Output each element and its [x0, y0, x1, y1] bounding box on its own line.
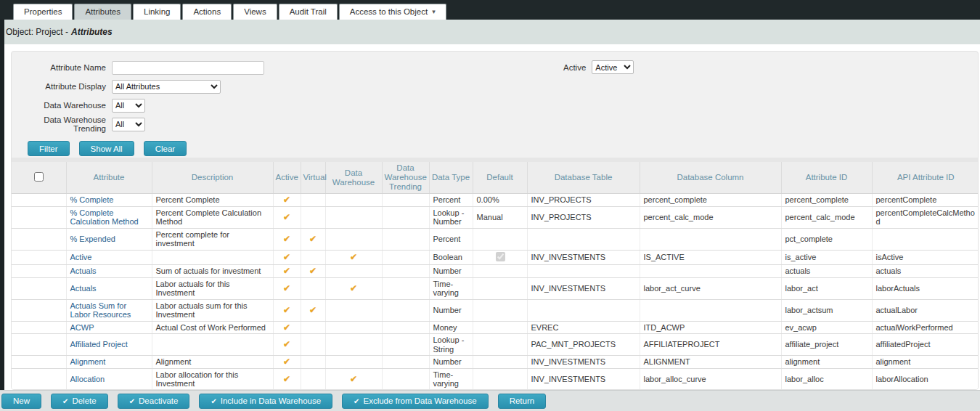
description-cell: Percent complete for investment: [152, 228, 273, 250]
row-select-cell: [12, 368, 66, 390]
tab-views[interactable]: Views: [233, 4, 277, 20]
deactivate-button[interactable]: ✔Deactivate: [118, 394, 190, 409]
attribute-link[interactable]: Affiliated Project: [70, 340, 128, 349]
description-cell: [152, 334, 273, 356]
exclude-from-data-warehouse-button[interactable]: ✔Exclude from Data Warehouse: [342, 394, 489, 409]
dwt-check-cell: [382, 368, 429, 390]
active-filter: Active Active: [563, 60, 634, 74]
new-button[interactable]: New: [1, 394, 41, 409]
filter-button[interactable]: Filter: [28, 141, 70, 156]
dw-check-cell: [325, 265, 382, 278]
tab-access-to-this-object[interactable]: Access to this Object ▾: [339, 4, 446, 20]
attribute-cell: % Complete Calculation Method: [66, 206, 152, 228]
data-warehouse-select[interactable]: All: [112, 99, 145, 113]
data-type-cell: Percent: [429, 228, 473, 250]
dw-check-cell: [325, 206, 382, 228]
api-attribute-id-cell: percentCompleteCalcMethod: [872, 206, 979, 228]
object-title-band: Object: Project - Attributes: [0, 20, 980, 44]
virtual-check-cell: [301, 250, 325, 265]
database-column-cell: percent_calc_mode: [640, 206, 781, 228]
virtual-check-cell: [301, 368, 325, 390]
default-value: 0.00%: [477, 195, 499, 204]
col-data-warehouse-trending: Data Warehouse Trending: [382, 160, 429, 194]
attribute-link[interactable]: % Complete Calculation Method: [70, 208, 139, 227]
table-row: Actuals Sum for Labor Resources Labor ac…: [12, 299, 979, 321]
database-table-cell: INV_PROJECTS: [527, 206, 640, 228]
tab-linking[interactable]: Linking: [133, 4, 181, 20]
api-attribute-id-cell: actualLabor: [872, 299, 979, 321]
description-cell: Percent Complete Calculation Method: [152, 206, 273, 228]
include-in-data-warehouse-button[interactable]: ✔Include in Data Warehouse: [199, 394, 332, 409]
col-attribute-id: Attribute ID: [781, 160, 872, 194]
database-column-cell: [640, 299, 781, 321]
attribute-cell: Actuals Sum for Labor Resources: [66, 299, 152, 321]
check-icon: ✔: [350, 252, 357, 262]
database-table-cell: [527, 228, 640, 250]
default-checkbox: [496, 252, 505, 261]
dwt-check-cell: [382, 228, 429, 250]
tab-properties[interactable]: Properties: [13, 4, 73, 20]
dwt-check-cell: [382, 265, 429, 278]
check-icon: ✔: [283, 252, 290, 262]
row-select-cell: [12, 228, 66, 250]
description-cell: Labor actuals for this Investment: [152, 277, 273, 299]
tab-attributes[interactable]: Attributes: [74, 4, 131, 20]
attribute-display-select[interactable]: All Attributes: [112, 80, 221, 94]
check-icon: ✔: [283, 339, 290, 349]
api-attribute-id-cell: laborActuals: [872, 277, 979, 299]
attribute-link[interactable]: % Complete: [70, 195, 114, 204]
tab-actions[interactable]: Actions: [182, 4, 232, 20]
attribute-link[interactable]: Alignment: [70, 357, 106, 366]
check-icon: ✔: [309, 234, 317, 244]
attribute-cell: Allocation: [66, 368, 152, 390]
delete-button[interactable]: ✔Delete: [51, 394, 108, 409]
attribute-cell: Alignment: [66, 356, 152, 369]
api-attribute-id-cell: affiliatedProject: [872, 334, 979, 356]
attribute-id-cell: percent_complete: [781, 194, 872, 207]
check-icon: ✔: [62, 397, 68, 405]
col-virtual: Virtual: [301, 160, 325, 194]
show-all-button[interactable]: Show All: [79, 141, 134, 156]
check-icon: ✔: [350, 374, 357, 384]
attribute-name-label: Attribute Name: [12, 63, 106, 72]
col-data-type: Data Type: [429, 160, 473, 194]
data-type-cell: Time-varying: [429, 368, 473, 390]
dw-check-cell: [325, 228, 382, 250]
data-type-cell: Money: [429, 321, 473, 334]
database-column-cell: AFFILIATEPROJECT: [640, 334, 781, 356]
select-all-checkbox[interactable]: [34, 172, 44, 182]
select-all-header: [12, 160, 66, 194]
attribute-link[interactable]: Actuals: [70, 284, 97, 293]
database-table-cell: PAC_MNT_PROJECTS: [527, 334, 640, 356]
description-cell: [152, 250, 273, 265]
table-row: % Expended Percent complete for investme…: [12, 228, 979, 250]
database-column-cell: [640, 228, 781, 250]
api-attribute-id-cell: isActive: [872, 250, 979, 265]
attribute-link[interactable]: Actuals Sum for Labor Resources: [70, 301, 131, 320]
description-cell: Labor allocation for this Investment: [152, 368, 273, 390]
active-filter-select[interactable]: Active: [592, 60, 634, 74]
data-warehouse-trending-select[interactable]: All: [112, 118, 145, 131]
check-icon: ✔: [283, 212, 290, 222]
dw-check-cell: [325, 334, 382, 356]
api-attribute-id-cell: alignment: [872, 356, 979, 369]
virtual-check-cell: [301, 356, 325, 369]
active-check-cell: ✔: [273, 206, 301, 228]
tab-audit-trail[interactable]: Audit Trail: [279, 4, 338, 20]
attribute-link[interactable]: Allocation: [70, 375, 105, 383]
check-icon: ✔: [129, 397, 135, 405]
clear-button[interactable]: Clear: [144, 141, 187, 156]
active-check-cell: ✔: [273, 250, 301, 265]
active-filter-label: Active: [563, 63, 586, 72]
check-icon: ✔: [283, 234, 290, 244]
return-button[interactable]: Return: [498, 394, 547, 409]
database-table-cell: INV_INVESTMENTS: [527, 368, 640, 390]
attribute-link[interactable]: ACWP: [70, 323, 94, 332]
attribute-name-input[interactable]: [112, 61, 264, 75]
attribute-link[interactable]: Active: [70, 253, 92, 261]
attribute-link[interactable]: Actuals: [70, 266, 97, 275]
col-database-column: Database Column: [640, 160, 781, 194]
attribute-link[interactable]: % Expended: [70, 235, 115, 243]
default-cell: [473, 368, 527, 390]
row-select-cell: [12, 277, 66, 299]
